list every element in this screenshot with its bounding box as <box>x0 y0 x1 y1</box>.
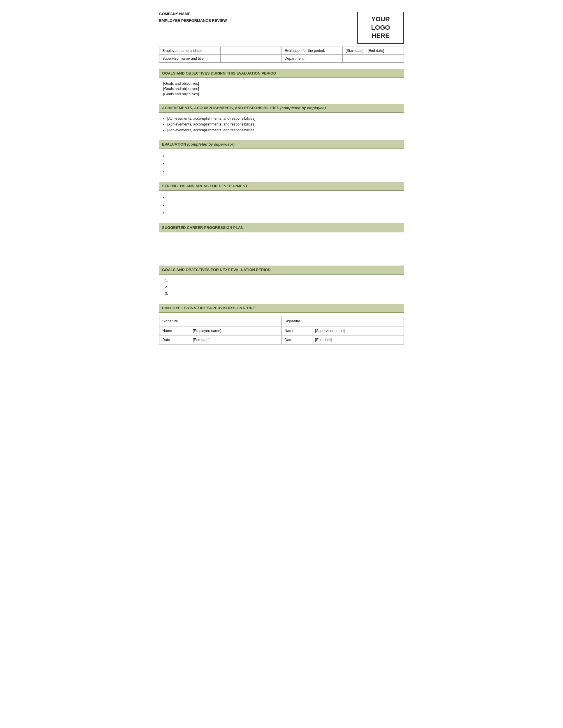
name-label-employee: Name <box>159 326 190 335</box>
achievements-section-header: ACHIEVEMENTS, ACCOMPLISHMENTS, AND RESPO… <box>159 104 404 113</box>
achievements-header-italic: (completed by employee) <box>279 106 326 110</box>
signature-section: EMPLOYEE SIGNATURE SUPERVISOR SIGNATURE … <box>159 304 404 344</box>
logo-box: YOUR LOGO HERE <box>357 12 404 44</box>
goals-header-text: GOALS AND OBJECTIVES DURING THIS EVALUAT… <box>162 71 276 75</box>
goals-item-2: [Goals and objectives] <box>163 86 404 91</box>
eval-period-value: [Start date] – [End date] <box>343 47 404 55</box>
signature-section-header: EMPLOYEE SIGNATURE SUPERVISOR SIGNATURE <box>159 304 404 313</box>
info-row-1: Employee name and title Evaluation for t… <box>159 47 404 55</box>
strengths-item-3 <box>167 209 404 216</box>
name-value-employee: [Employee name] <box>190 326 282 335</box>
sig-label-supervisor: Signature <box>282 316 312 326</box>
achievement-item-1: [Achievements, accomplishments, and resp… <box>167 116 404 121</box>
name-label-supervisor: Name <box>282 326 312 335</box>
next-goals-item-2 <box>165 284 404 290</box>
info-table: Employee name and title Evaluation for t… <box>159 47 404 63</box>
signature-header-text: EMPLOYEE SIGNATURE SUPERVISOR SIGNATURE <box>162 306 255 310</box>
evaluation-list <box>159 152 404 175</box>
date-value-employee: [End date] <box>190 335 282 344</box>
evaluation-header-main: EVALUATION <box>162 142 186 146</box>
achievement-item-3: [Achievements, accomplishments, and resp… <box>167 127 404 133</box>
strengths-section-header: STRENGTHS AND AREAS FOR DEVELOPMENT <box>159 182 404 191</box>
logo-line1: YOUR <box>371 15 390 24</box>
evaluation-item-3 <box>167 167 404 175</box>
achievements-list: [Achievements, accomplishments, and resp… <box>159 116 404 133</box>
name-value-supervisor: [Supervisor name] <box>312 326 404 335</box>
strengths-list <box>159 194 404 216</box>
evaluation-section: EVALUATION (completed by supervisor) <box>159 140 404 175</box>
sig-row-signature: Signature Signature <box>159 316 404 326</box>
next-goals-item-1 <box>165 278 404 284</box>
next-goals-header-text: GOALS AND OBJECTIVES FOR NEXT EVALUATION… <box>162 268 270 272</box>
strengths-section: STRENGTHS AND AREAS FOR DEVELOPMENT <box>159 182 404 216</box>
evaluation-section-header: EVALUATION (completed by supervisor) <box>159 140 404 149</box>
sig-row-name: Name [Employee name] Name [Supervisor na… <box>159 326 404 335</box>
achievement-item-2: [Achievements, accomplishments, and resp… <box>167 121 404 127</box>
supervisor-name-value <box>220 55 282 63</box>
achievements-section: ACHIEVEMENTS, ACCOMPLISHMENTS, AND RESPO… <box>159 104 404 133</box>
strengths-item-2 <box>167 201 404 209</box>
employee-name-label: Employee name and title <box>159 47 220 55</box>
employee-name-value <box>220 47 282 55</box>
career-header-text: SUGGESTED CAREER PROGRESSION PLAN <box>162 225 243 230</box>
logo-line2: LOGO <box>371 24 390 32</box>
eval-period-label: Evaluation for the period: <box>282 47 343 55</box>
department-label: Department: <box>282 55 343 63</box>
date-label-supervisor: Date <box>282 335 312 344</box>
goals-item-3: [Goals and objectives] <box>163 91 404 97</box>
info-row-2: Supervisor name and title Department: <box>159 55 404 63</box>
company-block: COMPANY NAME EMPLOYEE PERFORMANCE REVIEW <box>159 12 227 23</box>
page-header: COMPANY NAME EMPLOYEE PERFORMANCE REVIEW… <box>159 12 404 44</box>
achievements-header-main: ACHIEVEMENTS, ACCOMPLISHMENTS, AND RESPO… <box>162 106 279 110</box>
strengths-item-1 <box>167 194 404 201</box>
next-goals-item-3 <box>165 290 404 297</box>
date-label-employee: Date <box>159 335 190 344</box>
career-section: SUGGESTED CAREER PROGRESSION PLAN <box>159 223 404 259</box>
evaluation-item-2 <box>167 160 404 167</box>
evaluation-item-1 <box>167 152 404 160</box>
signature-table: Signature Signature Name [Employee name]… <box>159 316 404 344</box>
date-value-supervisor: [End date] <box>312 335 404 344</box>
supervisor-name-label: Supervisor name and title <box>159 55 220 63</box>
career-plan-area <box>159 235 404 259</box>
next-goals-list-wrapper <box>159 278 404 297</box>
evaluation-header-italic: (completed by supervisor) <box>186 142 234 146</box>
logo-line3: HERE <box>372 32 389 40</box>
review-title: EMPLOYEE PERFORMANCE REVIEW <box>159 18 227 23</box>
goals-section-header: GOALS AND OBJECTIVES DURING THIS EVALUAT… <box>159 69 404 78</box>
sig-value-supervisor <box>312 316 404 326</box>
next-goals-list <box>159 278 404 297</box>
sig-label-employee: Signature <box>159 316 190 326</box>
next-goals-section-header: GOALS AND OBJECTIVES FOR NEXT EVALUATION… <box>159 266 404 275</box>
goals-section: GOALS AND OBJECTIVES DURING THIS EVALUAT… <box>159 69 404 97</box>
department-value <box>343 55 404 63</box>
company-name: COMPANY NAME <box>159 12 227 16</box>
strengths-header-text: STRENGTHS AND AREAS FOR DEVELOPMENT <box>162 184 248 188</box>
sig-row-date: Date [End date] Date [End date] <box>159 335 404 344</box>
next-goals-section: GOALS AND OBJECTIVES FOR NEXT EVALUATION… <box>159 266 404 297</box>
career-section-header: SUGGESTED CAREER PROGRESSION PLAN <box>159 223 404 232</box>
sig-value-employee <box>190 316 282 326</box>
goals-item-1: [Goals and objectives] <box>163 81 404 86</box>
goals-list: [Goals and objectives] [Goals and object… <box>159 81 404 97</box>
